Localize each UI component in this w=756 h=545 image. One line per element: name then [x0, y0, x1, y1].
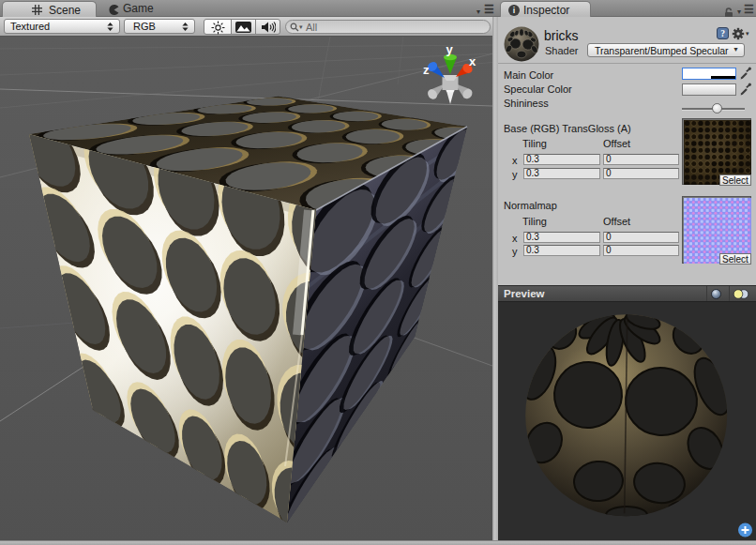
- svg-text:?: ?: [720, 29, 725, 38]
- svg-text:y: y: [446, 42, 454, 56]
- svg-text:z: z: [423, 63, 430, 77]
- svg-text:x: x: [469, 54, 476, 68]
